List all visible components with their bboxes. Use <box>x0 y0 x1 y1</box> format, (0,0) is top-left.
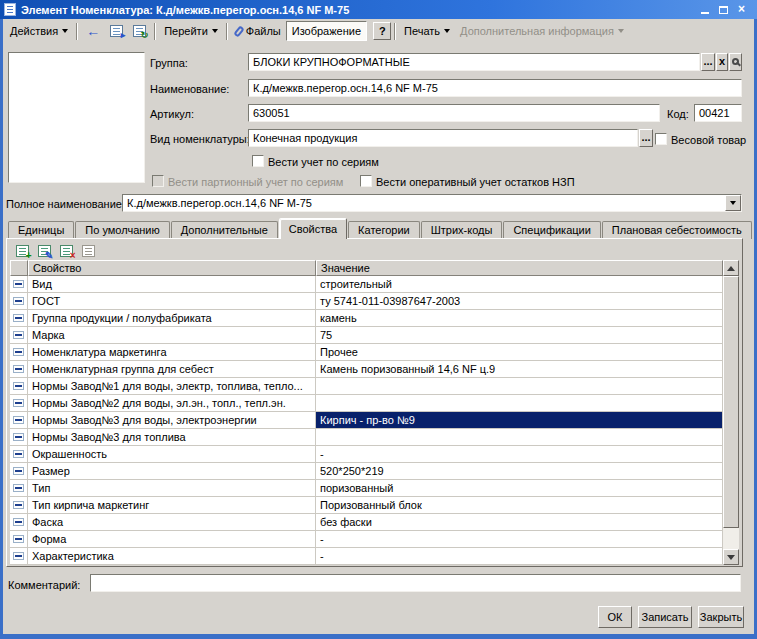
property-name-cell[interactable]: Номенклатурная группа для себест <box>28 361 316 378</box>
property-name-cell[interactable]: Нормы Завод№2 для воды, эл.эн., топл., т… <box>28 395 316 412</box>
history-back-button[interactable]: ← <box>81 21 105 41</box>
property-value-cell[interactable]: 75 <box>316 327 723 344</box>
table-row[interactable]: Форма- <box>10 531 723 548</box>
table-row[interactable]: Типпоризованный <box>10 480 723 497</box>
actions-menu-button[interactable]: Действия <box>5 21 73 41</box>
table-row[interactable]: Тип кирпича маркетингПоризованный блок <box>10 497 723 514</box>
property-name-cell[interactable]: Нормы Завод№1 для воды, электр, топлива,… <box>28 378 316 395</box>
tab-7[interactable]: Плановая себестоимость <box>602 221 752 239</box>
table-row[interactable]: Группа продукции / полуфабрикатакамень <box>10 310 723 327</box>
weight-checkbox[interactable] <box>655 133 667 145</box>
files-button[interactable]: Файлы <box>231 21 286 41</box>
group-field[interactable]: БЛОКИ КРУПНОФОРМАТНЫЕ <box>248 53 700 71</box>
table-row[interactable]: Нормы Завод№3 для топлива <box>10 429 723 446</box>
property-name-cell[interactable]: Нормы Завод№3 для воды, электроэнергии <box>28 412 316 429</box>
property-name-cell[interactable]: Форма <box>28 531 316 548</box>
help-button[interactable]: ? <box>373 22 391 40</box>
reread-button[interactable]: ↻ <box>128 21 151 41</box>
property-value-cell[interactable]: ту 5741-011-03987647-2003 <box>316 293 723 310</box>
name-field[interactable]: К.д/межкв.перегор.осн.14,6 NF М-75 <box>248 79 742 97</box>
table-row[interactable]: Размер520*250*219 <box>10 463 723 480</box>
property-value-cell[interactable]: Прочее <box>316 344 723 361</box>
property-name-cell[interactable]: Нормы Завод№3 для топлива <box>28 429 316 446</box>
property-value-cell[interactable]: Поризованный блок <box>316 497 723 514</box>
kind-field[interactable]: Конечная продукция <box>248 129 638 147</box>
property-name-cell[interactable]: Тип <box>28 480 316 497</box>
property-name-cell[interactable]: Окрашенность <box>28 446 316 463</box>
delete-property-button[interactable]: × <box>56 242 76 260</box>
tab-4[interactable]: Категории <box>348 221 420 239</box>
scroll-up-button[interactable] <box>723 260 739 276</box>
extra-info-menu-button[interactable]: Дополнительная информация <box>455 21 629 41</box>
property-value-cell[interactable]: Кирпич - пр-во №9 <box>316 412 723 429</box>
group-search-button[interactable] <box>729 53 742 71</box>
table-row[interactable]: Марка75 <box>10 327 723 344</box>
property-value-cell[interactable]: - <box>316 446 723 463</box>
maximize-button[interactable] <box>716 3 731 17</box>
property-name-cell[interactable]: Размер <box>28 463 316 480</box>
column-header-property[interactable]: Свойство <box>28 260 316 276</box>
comment-field[interactable] <box>90 574 741 592</box>
table-row[interactable]: Номенклатурная группа для себестКамень п… <box>10 361 723 378</box>
vertical-scrollbar[interactable] <box>723 260 739 565</box>
minimize-button[interactable] <box>698 3 713 17</box>
property-value-cell[interactable] <box>316 429 723 446</box>
column-header-value[interactable]: Значение <box>316 260 723 276</box>
tab-0[interactable]: Единицы <box>8 221 74 239</box>
open-in-list-button[interactable]: ▸ <box>105 21 128 41</box>
property-name-cell[interactable]: ГОСТ <box>28 293 316 310</box>
property-name-cell[interactable]: Тип кирпича маркетинг <box>28 497 316 514</box>
table-row[interactable]: Характеристика- <box>10 548 723 565</box>
property-name-cell[interactable]: Марка <box>28 327 316 344</box>
close-button[interactable]: × <box>734 3 749 17</box>
tab-5[interactable]: Штрих-коды <box>421 221 503 239</box>
item-image-placeholder[interactable] <box>8 52 145 183</box>
property-value-cell[interactable]: Камень поризованный 14,6 NF ц.9 <box>316 361 723 378</box>
close-window-button[interactable]: Закрыть <box>698 606 744 628</box>
property-name-cell[interactable]: Фаска <box>28 514 316 531</box>
tab-1[interactable]: По умолчанию <box>75 221 169 239</box>
ok-button[interactable]: ОК <box>598 606 632 628</box>
fullname-combo[interactable]: К.д/межкв.перегор.осн.14,6 NF М-75 <box>122 194 742 212</box>
titlebar[interactable]: Элемент Номенклатура: К.д/межкв.перегор.… <box>0 0 757 19</box>
save-button[interactable]: Записать <box>638 606 692 628</box>
kind-select-button[interactable]: ... <box>639 129 653 147</box>
scroll-down-button[interactable] <box>723 549 739 565</box>
table-row[interactable]: Окрашенность- <box>10 446 723 463</box>
table-row[interactable]: ГОСТту 5741-011-03987647-2003 <box>10 293 723 310</box>
property-value-cell[interactable]: камень <box>316 310 723 327</box>
tab-6[interactable]: Спецификации <box>503 221 600 239</box>
column-header-icon[interactable] <box>10 260 28 276</box>
nzp-checkbox[interactable] <box>360 175 372 187</box>
table-row[interactable]: Номенклатура маркетингаПрочее <box>10 344 723 361</box>
property-value-cell[interactable] <box>316 395 723 412</box>
property-name-cell[interactable]: Номенклатура маркетинга <box>28 344 316 361</box>
fullname-dropdown-button[interactable] <box>725 195 741 211</box>
table-row[interactable]: Фаскабез фаски <box>10 514 723 531</box>
table-row[interactable]: Нормы Завод№1 для воды, электр, топлива,… <box>10 378 723 395</box>
property-value-cell[interactable] <box>316 378 723 395</box>
tab-3[interactable]: Свойства <box>279 218 347 239</box>
property-name-cell[interactable]: Характеристика <box>28 548 316 565</box>
property-value-cell[interactable]: поризованный <box>316 480 723 497</box>
group-clear-button[interactable]: x <box>716 53 728 71</box>
list-settings-button[interactable] <box>78 242 98 260</box>
property-value-cell[interactable]: строительный <box>316 276 723 293</box>
add-property-button[interactable]: + <box>12 242 32 260</box>
edit-property-button[interactable]: ✎ <box>34 242 54 260</box>
article-field[interactable]: 630051 <box>248 104 660 122</box>
series-checkbox[interactable] <box>252 155 264 167</box>
image-toggle-button[interactable]: Изображение <box>286 21 367 41</box>
property-value-cell[interactable]: без фаски <box>316 514 723 531</box>
code-field[interactable]: 00421 <box>694 104 742 122</box>
group-select-button[interactable]: ... <box>701 53 715 71</box>
property-value-cell[interactable]: - <box>316 548 723 565</box>
table-row[interactable]: Видстроительный <box>10 276 723 293</box>
table-row[interactable]: Нормы Завод№2 для воды, эл.эн., топл., т… <box>10 395 723 412</box>
tab-2[interactable]: Дополнительные <box>171 221 278 239</box>
property-value-cell[interactable]: 520*250*219 <box>316 463 723 480</box>
goto-menu-button[interactable]: Перейти <box>159 21 223 41</box>
table-row[interactable]: Нормы Завод№3 для воды, электроэнергииКи… <box>10 412 723 429</box>
print-menu-button[interactable]: Печать <box>399 21 455 41</box>
scrollbar-thumb[interactable] <box>723 276 739 528</box>
